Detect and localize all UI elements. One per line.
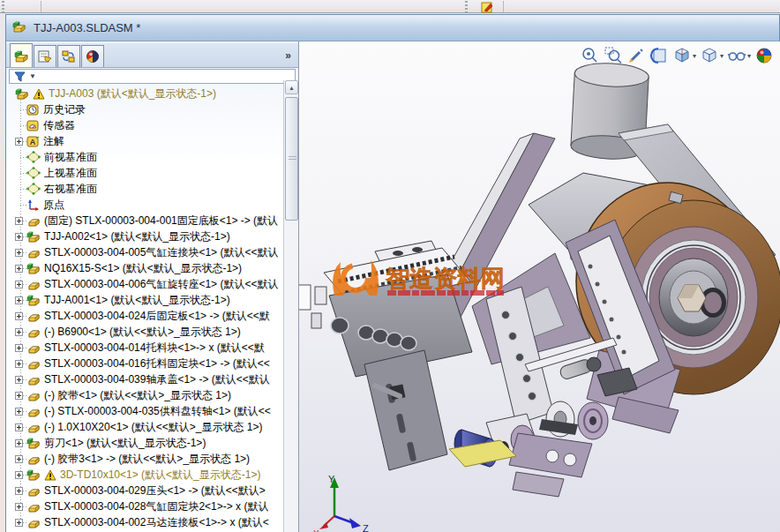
tree-item[interactable]: 传感器 bbox=[6, 117, 299, 133]
tree-item[interactable]: (固定) STLX-00003-004-001固定底板<1> -> (默认 bbox=[6, 213, 299, 229]
toolbar-separator bbox=[41, 1, 41, 12]
tree-item-label: STLX-00003-004-029压头<1> -> (默认<<默认> bbox=[44, 483, 266, 498]
tree-item[interactable]: 剪刀<1> (默认<默认_显示状态-1>) bbox=[6, 435, 299, 451]
hide-show-items-button[interactable]: ▾ bbox=[726, 46, 752, 65]
previous-view-button[interactable] bbox=[626, 46, 647, 65]
tree-expander[interactable] bbox=[15, 312, 23, 320]
tree-item[interactable]: NQ16X15-S<1> (默认<默认_显示状态-1>) bbox=[6, 260, 299, 276]
tree-scrollbar[interactable]: ▲ bbox=[283, 80, 298, 532]
tree-item[interactable]: (-) B6900<1> (默认<<默认>_显示状态 1>) bbox=[6, 324, 299, 340]
tree-expander[interactable] bbox=[15, 503, 23, 511]
part-icon bbox=[26, 246, 41, 259]
design-binder-icon[interactable] bbox=[481, 1, 493, 12]
tree-expander[interactable] bbox=[15, 328, 23, 336]
graphics-area[interactable]: 智造资料网 Y Z X ▾▾▾ bbox=[299, 41, 780, 532]
tree-expander[interactable] bbox=[15, 487, 23, 495]
tree-expander[interactable] bbox=[15, 217, 23, 225]
tree-item[interactable]: (-) 1.0X10X20<1> (默认<<默认>_显示状态 1>) bbox=[6, 419, 299, 435]
tree-item[interactable]: TJJ-A001<1> (默认<默认_显示状态-1>) bbox=[6, 292, 299, 308]
tree-expander[interactable] bbox=[15, 360, 23, 368]
tree-item-label: 原点 bbox=[43, 198, 64, 213]
part-icon bbox=[26, 357, 41, 370]
tree-expander[interactable] bbox=[15, 519, 23, 527]
tree-item-label: 注解 bbox=[43, 134, 64, 149]
tree-expander[interactable] bbox=[15, 408, 23, 416]
tree-filter-bar[interactable]: ▼ bbox=[9, 69, 296, 84]
tree-root-item[interactable]: TJJ-A003 (默认<默认_显示状态-1>) bbox=[6, 86, 299, 101]
toolbar-grip[interactable] bbox=[2, 1, 4, 12]
tree-item[interactable]: 3D-TD10x10<1> (默认<默认_显示状态-1>) bbox=[6, 467, 299, 483]
tree-item[interactable]: STLX-00003-004-006气缸旋转座<1> (默认<<默认 bbox=[6, 276, 299, 292]
tree-item[interactable]: (-) STLX-00003-004-035供料盘转轴<1> (默认<< bbox=[6, 403, 299, 419]
tree-expander[interactable] bbox=[15, 471, 23, 479]
tree-connector bbox=[20, 189, 28, 190]
tab-featuremanager-tree[interactable] bbox=[10, 43, 33, 67]
part-icon bbox=[26, 484, 41, 497]
scrollbar-up-arrow[interactable]: ▲ bbox=[285, 80, 298, 94]
zoom-to-area-button[interactable] bbox=[603, 46, 624, 65]
tree-expander[interactable] bbox=[15, 233, 23, 241]
zoom-to-fit-button[interactable] bbox=[580, 46, 601, 65]
dropdown-caret[interactable]: ▾ bbox=[693, 52, 696, 60]
dropdown-caret[interactable]: ▾ bbox=[720, 52, 724, 60]
part-icon bbox=[26, 278, 41, 290]
tab-propertymanager[interactable] bbox=[34, 45, 56, 67]
tree-item-label: 传感器 bbox=[43, 118, 75, 133]
tree-expander[interactable] bbox=[15, 423, 23, 431]
tree-expander[interactable] bbox=[15, 265, 23, 273]
part-icon bbox=[26, 405, 41, 417]
part-icon bbox=[26, 326, 41, 338]
tree-item[interactable]: STLX-00003-004-039轴承盖<1> -> (默认<<默认 bbox=[6, 371, 299, 387]
tree-expander[interactable] bbox=[15, 392, 23, 400]
tree-expander[interactable] bbox=[15, 281, 23, 288]
tree-expander[interactable] bbox=[15, 138, 23, 146]
tree-item[interactable]: 上视基准面 bbox=[6, 165, 299, 181]
tree-item[interactable]: 右视基准面 bbox=[6, 181, 299, 197]
section-view-button[interactable] bbox=[649, 46, 670, 65]
tree-item-label: 上视基准面 bbox=[44, 166, 97, 181]
tabstrip-overflow-chevron[interactable]: » bbox=[285, 49, 291, 62]
scrollbar-thumb[interactable] bbox=[285, 97, 298, 221]
tree-expander[interactable] bbox=[15, 439, 23, 447]
filter-dropdown-caret[interactable]: ▼ bbox=[29, 72, 36, 80]
tree-expander[interactable] bbox=[15, 455, 23, 463]
tree-item[interactable]: A 注解 bbox=[6, 133, 299, 149]
tree-connector bbox=[20, 157, 28, 158]
tree-item[interactable]: STLX-00003-004-029压头<1> -> (默认<<默认> bbox=[6, 483, 299, 498]
tree-item[interactable]: (-) 胶带3<1> -> (默认<<默认>_显示状态 1>) bbox=[6, 451, 299, 467]
tree-item[interactable]: STLX-00003-004-002马达连接板<1>-> x (默认< bbox=[6, 514, 299, 530]
tree-item[interactable]: STLX-00003-004-014托料块<1>-> x (默认<<默 bbox=[6, 340, 299, 356]
view-orientation-button[interactable]: ▾ bbox=[671, 46, 697, 65]
tree-item-label: STLX-00003-004-014托料块<1>-> x (默认<<默 bbox=[44, 341, 265, 356]
tree-expander[interactable] bbox=[15, 376, 23, 384]
tree-expander[interactable] bbox=[15, 249, 23, 257]
annotations-icon: A bbox=[26, 135, 40, 147]
tree-item[interactable]: 前视基准面 bbox=[6, 149, 299, 165]
tree-expander[interactable] bbox=[15, 344, 23, 352]
tree-expander[interactable] bbox=[15, 296, 23, 304]
funnel-filter-icon bbox=[13, 71, 26, 83]
display-style-button[interactable]: ▾ bbox=[699, 46, 724, 65]
part-icon bbox=[26, 421, 41, 433]
edit-appearance-button[interactable] bbox=[754, 46, 775, 65]
tree-item[interactable]: STLX-00003-004-016托料固定块<1> -> (默认<< bbox=[6, 356, 299, 371]
tree-item-label: STLX-00003-004-039轴承盖<1> -> (默认<<默认 bbox=[44, 372, 270, 387]
window-titlebar[interactable]: TJJ-A003.SLDASM * bbox=[6, 15, 779, 41]
tab-configurationmanager[interactable] bbox=[57, 45, 80, 67]
3d-model: 智造资料网 Y Z X bbox=[299, 41, 780, 532]
tree-item-label: (-) 胶带3<1> -> (默认<<默认>_显示状态 1>) bbox=[44, 452, 250, 467]
tree-item[interactable]: (-) 胶带<1> (默认<<默认>_显示状态 1>) bbox=[6, 387, 299, 403]
tree-item[interactable]: STLX-00003-004-024后固定板<1> -> (默认<<默 bbox=[6, 308, 299, 324]
tree-item[interactable]: TJJ-A002<1> (默认<默认_显示状态-1>) bbox=[6, 229, 299, 244]
tree-item-label: 3D-TD10x10<1> (默认<默认_显示状态-1>) bbox=[60, 468, 260, 483]
tree-item[interactable]: 原点 bbox=[6, 197, 299, 213]
tree-item-label: (-) 1.0X10X20<1> (默认<<默认>_显示状态 1>) bbox=[44, 420, 262, 435]
toolbar-grip[interactable] bbox=[465, 1, 468, 12]
tree-item-label: TJJ-A002<1> (默认<默认_显示状态-1>) bbox=[44, 229, 230, 244]
tree-connector bbox=[20, 109, 28, 110]
tab-displaymanager[interactable] bbox=[81, 45, 104, 67]
tree-item[interactable]: STLX-00003-004-005气缸连接块<1> (默认<<默认 bbox=[6, 244, 299, 260]
tree-item[interactable]: STLX-00003-004-028气缸固定块2<1>-> x (默认 bbox=[6, 498, 299, 514]
dropdown-caret[interactable]: ▾ bbox=[747, 52, 751, 60]
tree-item[interactable]: 历史记录 bbox=[6, 101, 299, 117]
